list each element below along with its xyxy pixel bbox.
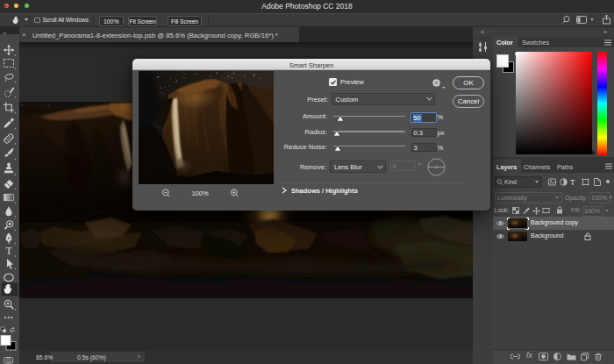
- svg-text:T: T: [5, 245, 12, 257]
